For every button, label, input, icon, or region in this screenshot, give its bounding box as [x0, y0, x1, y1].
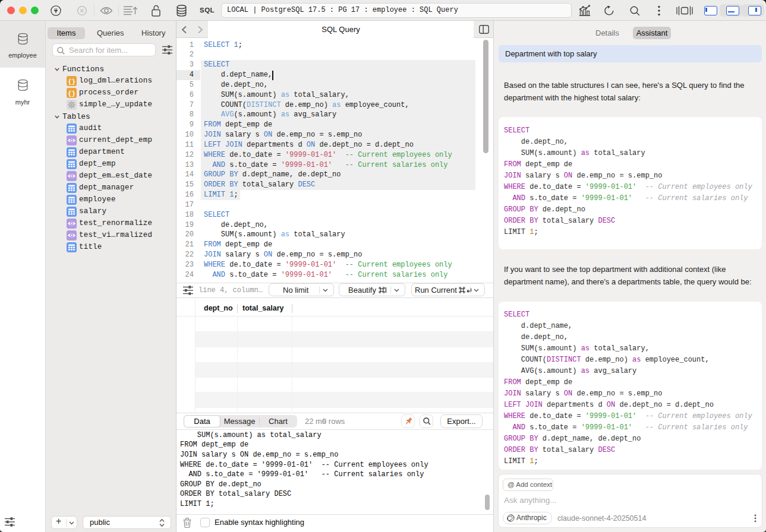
svg-text:{}: {} [68, 78, 75, 85]
svg-text:{}: {} [68, 90, 75, 97]
